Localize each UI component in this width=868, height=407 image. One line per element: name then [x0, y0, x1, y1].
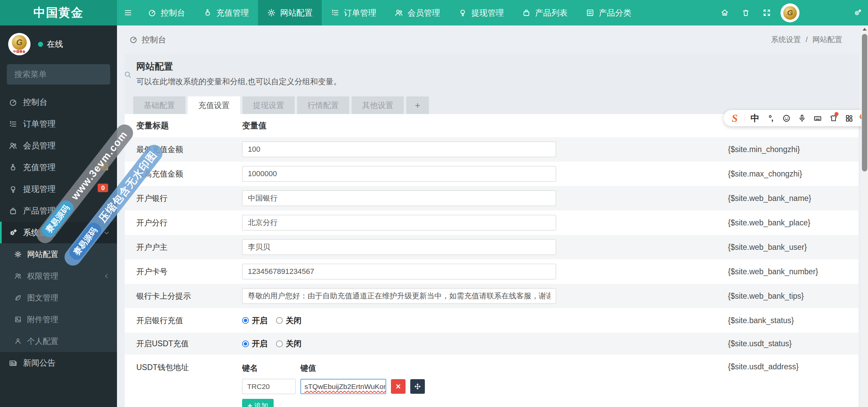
- sidebar-toggle-button[interactable]: [117, 0, 139, 25]
- row-label: 开启银行充值: [125, 315, 242, 326]
- breadcrumb-parent[interactable]: 系统设置: [771, 35, 801, 45]
- bank-tips-input[interactable]: [242, 288, 556, 304]
- row-label: 最低充值金额: [125, 144, 242, 155]
- account-holder-input[interactable]: [242, 239, 556, 255]
- settings-button[interactable]: [847, 0, 868, 25]
- nav-item-site-config[interactable]: 网站配置: [258, 0, 322, 25]
- sidebar-item-withdraw[interactable]: 提现管理 0: [0, 178, 117, 200]
- nav-item-label: 会员管理: [408, 7, 440, 18]
- bank-branch-input[interactable]: [242, 215, 556, 230]
- breadcrumb: 控制台 系统设置 / 网站配置: [117, 25, 861, 54]
- nav-item-label: 产品分类: [599, 7, 631, 18]
- sidebar-item-orders[interactable]: 订单管理: [0, 113, 117, 135]
- config-row-max-recharge: 最高充值金额 {$site.max_chongzhi}: [125, 162, 859, 186]
- tab-market-config[interactable]: 行情配置: [297, 96, 349, 114]
- nav-item-product-list[interactable]: 产品列表: [513, 0, 577, 25]
- sidebar-item-label: 提现管理: [23, 184, 56, 195]
- vertical-scrollbar[interactable]: [861, 25, 868, 407]
- sidebar-item-label: 会员管理: [23, 140, 56, 151]
- config-row-usdt-status: 开启USDT充值 开启 关闭 {$site.usdt_status}: [125, 333, 859, 355]
- scrollbar-up-arrow[interactable]: [861, 25, 868, 33]
- radio-on[interactable]: [242, 340, 249, 347]
- radio-on-label[interactable]: 开启: [252, 315, 268, 326]
- scrollbar-thumb[interactable]: [862, 34, 867, 171]
- delete-kv-button[interactable]: ×: [391, 379, 406, 394]
- sidebar-avatar[interactable]: G 中国黄金: [8, 33, 31, 55]
- user-avatar-button[interactable]: G: [781, 3, 800, 22]
- radio-on[interactable]: [242, 317, 249, 324]
- kv-value-header: 键值: [300, 363, 316, 373]
- bank-name-input[interactable]: [242, 190, 556, 206]
- usdt-wallet-input[interactable]: sTQwEbuijZb2ErtnWuKong: [300, 379, 386, 394]
- main-content: 控制台 系统设置 / 网站配置 网站配置 可以在此增改系统的变量和分组,也可以自…: [117, 25, 861, 407]
- tab-basic-config[interactable]: 基础配置: [133, 96, 185, 114]
- row-label: 开户分行: [125, 218, 242, 228]
- tab-withdraw-settings[interactable]: 提现设置: [242, 96, 295, 114]
- usdt-key-input[interactable]: [242, 379, 296, 394]
- search-icon[interactable]: [123, 70, 132, 79]
- usdt-wallet-value: sTQwEbuijZb2ErtnWuKong: [304, 383, 386, 391]
- sidebar-subitem-site-config[interactable]: 网站配置: [0, 243, 117, 265]
- gold-logo-avatar: G: [783, 6, 797, 20]
- sidebar-subitem-attachments[interactable]: 附件管理: [0, 309, 117, 330]
- nav-item-withdraw[interactable]: 提现管理: [449, 0, 513, 25]
- column-header-title: 变量标题: [125, 120, 242, 131]
- sidebar-subitem-articles[interactable]: 图文管理: [0, 287, 117, 309]
- hand-down-icon: [9, 185, 17, 193]
- template-variable: {$site.web_bank_name}: [728, 194, 811, 203]
- append-kv-button[interactable]: + 追加: [242, 399, 274, 407]
- brand-logo[interactable]: 中国黄金: [0, 0, 117, 25]
- voice-input-icon[interactable]: [796, 111, 808, 125]
- tab-recharge-settings[interactable]: 充值设置: [188, 96, 240, 114]
- radio-off[interactable]: [276, 340, 283, 347]
- emoji-icon[interactable]: [781, 111, 792, 125]
- row-label: 开户户主: [125, 242, 242, 253]
- radio-off-label[interactable]: 关闭: [286, 338, 301, 349]
- nav-item-label: 提现管理: [471, 7, 504, 18]
- chinese-mode-icon[interactable]: 中: [749, 111, 761, 125]
- config-row-usdt-address: USDT钱包地址 键名 键值 sTQwEbuijZb2ErtnWuKong ×: [125, 355, 859, 407]
- nav-item-members[interactable]: 会员管理: [386, 0, 449, 25]
- kv-headers: 键名 键值: [242, 363, 556, 373]
- nav-item-dashboard[interactable]: 控制台: [139, 0, 194, 25]
- min-recharge-input[interactable]: [242, 142, 556, 157]
- sidebar-item-label: 订单管理: [23, 118, 56, 129]
- sidebar-item-news[interactable]: 新闻公告: [0, 352, 117, 374]
- radio-off[interactable]: [276, 317, 283, 324]
- sidebar-item-dashboard[interactable]: 控制台: [0, 91, 117, 113]
- fullscreen-button[interactable]: [756, 0, 777, 25]
- usdt-status-radio-group: 开启 关闭: [242, 338, 556, 349]
- sidebar-subitem-profile[interactable]: 个人配置: [0, 330, 117, 352]
- move-kv-button[interactable]: [410, 379, 425, 394]
- toolbar-divider: [745, 114, 745, 123]
- menu-search-input[interactable]: [14, 69, 120, 79]
- sogou-logo-icon[interactable]: S: [729, 111, 741, 125]
- tab-other-settings[interactable]: 其他设置: [352, 96, 404, 114]
- nav-item-product-category[interactable]: 产品分类: [577, 0, 640, 25]
- sidebar-subitem-permissions[interactable]: 权限管理: [0, 265, 117, 287]
- radio-on-label[interactable]: 开启: [252, 338, 268, 349]
- breadcrumb-dashboard[interactable]: 控制台: [142, 34, 166, 45]
- radio-off-label[interactable]: 关闭: [286, 315, 301, 326]
- config-row-card-number: 开户卡号 {$site.web_bank_number}: [125, 259, 859, 284]
- sidebar-item-label: 充值管理: [23, 162, 56, 173]
- template-variable: {$site.usdt_status}: [728, 339, 792, 348]
- sidebar-subitem-label: 图文管理: [27, 293, 58, 303]
- nav-item-orders[interactable]: 订单管理: [322, 0, 386, 25]
- online-status-dot: [38, 42, 43, 47]
- image-file-icon: [14, 316, 22, 323]
- online-status: 在线: [38, 39, 63, 50]
- skin-icon[interactable]: [828, 111, 839, 125]
- virtual-keyboard-icon[interactable]: [812, 111, 824, 125]
- home-button[interactable]: [714, 0, 735, 25]
- nav-item-recharge[interactable]: 充值管理: [194, 0, 258, 25]
- punctuation-icon[interactable]: °,: [765, 111, 776, 125]
- keyboard-icon: [813, 114, 822, 123]
- toolbox-icon[interactable]: [844, 111, 855, 125]
- microphone-icon: [798, 114, 806, 123]
- max-recharge-input[interactable]: [242, 166, 556, 182]
- clear-cache-button[interactable]: [735, 0, 756, 25]
- tab-pane-recharge: 变量标题 变量值 最低充值金额 {$site.min_chongzhi} 最高充…: [125, 114, 859, 407]
- add-tab-button[interactable]: +: [406, 96, 429, 114]
- card-number-input[interactable]: [242, 264, 556, 279]
